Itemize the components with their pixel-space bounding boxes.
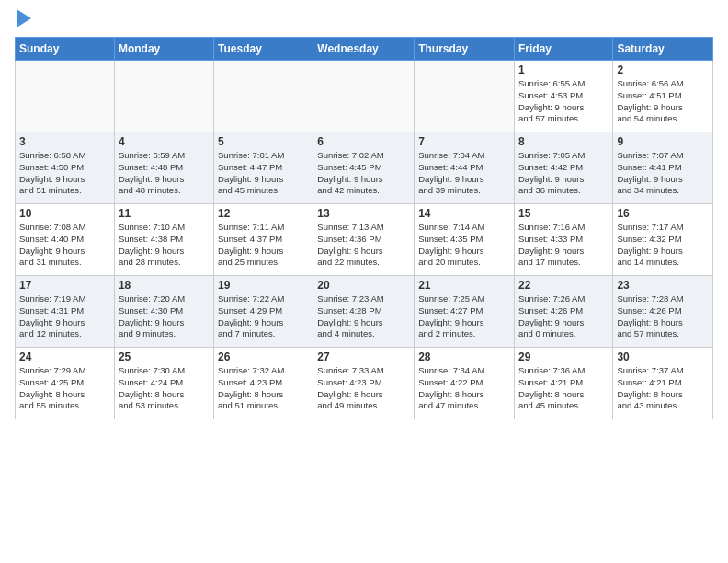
day-number: 28 [418, 350, 510, 363]
day-info: Sunrise: 7:34 AM Sunset: 4:22 PM Dayligh… [418, 365, 510, 412]
day-number: 7 [418, 135, 510, 148]
day-info: Sunrise: 6:55 AM Sunset: 4:53 PM Dayligh… [518, 78, 609, 125]
day-number: 15 [518, 207, 609, 220]
calendar-day-10: 10Sunrise: 7:08 AM Sunset: 4:40 PM Dayli… [16, 204, 115, 276]
day-number: 6 [317, 135, 410, 148]
calendar-day-18: 18Sunrise: 7:20 AM Sunset: 4:30 PM Dayli… [114, 276, 213, 348]
day-info: Sunrise: 7:02 AM Sunset: 4:45 PM Dayligh… [317, 150, 410, 197]
day-number: 8 [518, 135, 609, 148]
calendar-week-row: 17Sunrise: 7:19 AM Sunset: 4:31 PM Dayli… [16, 276, 713, 348]
day-info: Sunrise: 7:36 AM Sunset: 4:21 PM Dayligh… [518, 365, 609, 412]
day-number: 19 [218, 279, 309, 292]
page-container: SundayMondayTuesdayWednesdayThursdayFrid… [0, 0, 728, 427]
page-header [15, 11, 713, 28]
calendar-day-9: 9Sunrise: 7:07 AM Sunset: 4:41 PM Daylig… [613, 132, 713, 204]
calendar-week-row: 10Sunrise: 7:08 AM Sunset: 4:40 PM Dayli… [16, 204, 713, 276]
calendar-weekday-monday: Monday [114, 38, 213, 61]
calendar-week-row: 1Sunrise: 6:55 AM Sunset: 4:53 PM Daylig… [16, 61, 713, 132]
calendar-day-1: 1Sunrise: 6:55 AM Sunset: 4:53 PM Daylig… [514, 61, 612, 132]
day-info: Sunrise: 7:17 AM Sunset: 4:32 PM Dayligh… [617, 222, 709, 269]
calendar-day-14: 14Sunrise: 7:14 AM Sunset: 4:35 PM Dayli… [415, 204, 515, 276]
calendar-day-13: 13Sunrise: 7:13 AM Sunset: 4:36 PM Dayli… [313, 204, 415, 276]
calendar-weekday-thursday: Thursday [415, 38, 515, 61]
day-number: 27 [317, 350, 410, 363]
day-info: Sunrise: 7:29 AM Sunset: 4:25 PM Dayligh… [19, 365, 110, 412]
calendar-day-22: 22Sunrise: 7:26 AM Sunset: 4:26 PM Dayli… [514, 276, 612, 348]
calendar-day-3: 3Sunrise: 6:58 AM Sunset: 4:50 PM Daylig… [16, 132, 115, 204]
calendar-weekday-tuesday: Tuesday [214, 38, 313, 61]
day-number: 11 [119, 207, 210, 220]
calendar-day-11: 11Sunrise: 7:10 AM Sunset: 4:38 PM Dayli… [114, 204, 213, 276]
day-info: Sunrise: 6:56 AM Sunset: 4:51 PM Dayligh… [617, 78, 709, 125]
day-info: Sunrise: 7:08 AM Sunset: 4:40 PM Dayligh… [19, 222, 110, 269]
calendar-day-8: 8Sunrise: 7:05 AM Sunset: 4:42 PM Daylig… [514, 132, 612, 204]
day-info: Sunrise: 7:20 AM Sunset: 4:30 PM Dayligh… [119, 293, 210, 340]
calendar-day-25: 25Sunrise: 7:30 AM Sunset: 4:24 PM Dayli… [114, 348, 213, 419]
calendar-week-row: 24Sunrise: 7:29 AM Sunset: 4:25 PM Dayli… [16, 348, 713, 419]
day-info: Sunrise: 7:32 AM Sunset: 4:23 PM Dayligh… [218, 365, 309, 412]
day-info: Sunrise: 7:13 AM Sunset: 4:36 PM Dayligh… [317, 222, 410, 269]
day-number: 24 [19, 350, 110, 363]
day-number: 22 [518, 279, 609, 292]
day-number: 20 [317, 279, 410, 292]
day-info: Sunrise: 7:04 AM Sunset: 4:44 PM Dayligh… [418, 150, 510, 197]
day-info: Sunrise: 7:19 AM Sunset: 4:31 PM Dayligh… [19, 293, 110, 340]
day-info: Sunrise: 7:16 AM Sunset: 4:33 PM Dayligh… [518, 222, 609, 269]
calendar-day-16: 16Sunrise: 7:17 AM Sunset: 4:32 PM Dayli… [613, 204, 713, 276]
day-info: Sunrise: 7:30 AM Sunset: 4:24 PM Dayligh… [119, 365, 210, 412]
day-number: 23 [617, 279, 709, 292]
day-info: Sunrise: 6:58 AM Sunset: 4:50 PM Dayligh… [19, 150, 110, 197]
day-info: Sunrise: 7:28 AM Sunset: 4:26 PM Dayligh… [617, 293, 709, 340]
calendar-header-row: SundayMondayTuesdayWednesdayThursdayFrid… [16, 38, 713, 61]
day-info: Sunrise: 7:10 AM Sunset: 4:38 PM Dayligh… [119, 222, 210, 269]
day-number: 21 [418, 279, 510, 292]
logo-arrow-icon [17, 9, 31, 28]
calendar-weekday-sunday: Sunday [16, 38, 115, 61]
day-number: 9 [617, 135, 709, 148]
calendar-day-26: 26Sunrise: 7:32 AM Sunset: 4:23 PM Dayli… [214, 348, 313, 419]
calendar-day-4: 4Sunrise: 6:59 AM Sunset: 4:48 PM Daylig… [114, 132, 213, 204]
day-number: 12 [218, 207, 309, 220]
day-info: Sunrise: 7:01 AM Sunset: 4:47 PM Dayligh… [218, 150, 309, 197]
calendar-empty-cell [415, 61, 515, 132]
day-info: Sunrise: 7:23 AM Sunset: 4:28 PM Dayligh… [317, 293, 410, 340]
day-info: Sunrise: 7:26 AM Sunset: 4:26 PM Dayligh… [518, 293, 609, 340]
calendar-empty-cell [114, 61, 213, 132]
calendar-day-5: 5Sunrise: 7:01 AM Sunset: 4:47 PM Daylig… [214, 132, 313, 204]
calendar-day-15: 15Sunrise: 7:16 AM Sunset: 4:33 PM Dayli… [514, 204, 612, 276]
calendar-day-19: 19Sunrise: 7:22 AM Sunset: 4:29 PM Dayli… [214, 276, 313, 348]
calendar-day-17: 17Sunrise: 7:19 AM Sunset: 4:31 PM Dayli… [16, 276, 115, 348]
calendar-empty-cell [16, 61, 115, 132]
calendar-day-29: 29Sunrise: 7:36 AM Sunset: 4:21 PM Dayli… [514, 348, 612, 419]
day-info: Sunrise: 7:37 AM Sunset: 4:21 PM Dayligh… [617, 365, 709, 412]
calendar-day-7: 7Sunrise: 7:04 AM Sunset: 4:44 PM Daylig… [415, 132, 515, 204]
calendar-day-20: 20Sunrise: 7:23 AM Sunset: 4:28 PM Dayli… [313, 276, 415, 348]
day-number: 13 [317, 207, 410, 220]
day-number: 16 [617, 207, 709, 220]
calendar-day-28: 28Sunrise: 7:34 AM Sunset: 4:22 PM Dayli… [415, 348, 515, 419]
day-number: 5 [218, 135, 309, 148]
day-info: Sunrise: 7:33 AM Sunset: 4:23 PM Dayligh… [317, 365, 410, 412]
logo [15, 11, 31, 28]
day-number: 30 [617, 350, 709, 363]
calendar-empty-cell [313, 61, 415, 132]
day-info: Sunrise: 6:59 AM Sunset: 4:48 PM Dayligh… [119, 150, 210, 197]
day-info: Sunrise: 7:25 AM Sunset: 4:27 PM Dayligh… [418, 293, 510, 340]
calendar-weekday-saturday: Saturday [613, 38, 713, 61]
day-info: Sunrise: 7:07 AM Sunset: 4:41 PM Dayligh… [617, 150, 709, 197]
calendar-empty-cell [214, 61, 313, 132]
calendar-day-30: 30Sunrise: 7:37 AM Sunset: 4:21 PM Dayli… [613, 348, 713, 419]
day-number: 4 [119, 135, 210, 148]
day-number: 2 [617, 63, 709, 76]
day-number: 26 [218, 350, 309, 363]
calendar-day-23: 23Sunrise: 7:28 AM Sunset: 4:26 PM Dayli… [613, 276, 713, 348]
day-info: Sunrise: 7:22 AM Sunset: 4:29 PM Dayligh… [218, 293, 309, 340]
calendar-day-2: 2Sunrise: 6:56 AM Sunset: 4:51 PM Daylig… [613, 61, 713, 132]
day-number: 29 [518, 350, 609, 363]
day-info: Sunrise: 7:11 AM Sunset: 4:37 PM Dayligh… [218, 222, 309, 269]
calendar-week-row: 3Sunrise: 6:58 AM Sunset: 4:50 PM Daylig… [16, 132, 713, 204]
day-number: 18 [119, 279, 210, 292]
day-info: Sunrise: 7:05 AM Sunset: 4:42 PM Dayligh… [518, 150, 609, 197]
day-info: Sunrise: 7:14 AM Sunset: 4:35 PM Dayligh… [418, 222, 510, 269]
calendar-day-24: 24Sunrise: 7:29 AM Sunset: 4:25 PM Dayli… [16, 348, 115, 419]
